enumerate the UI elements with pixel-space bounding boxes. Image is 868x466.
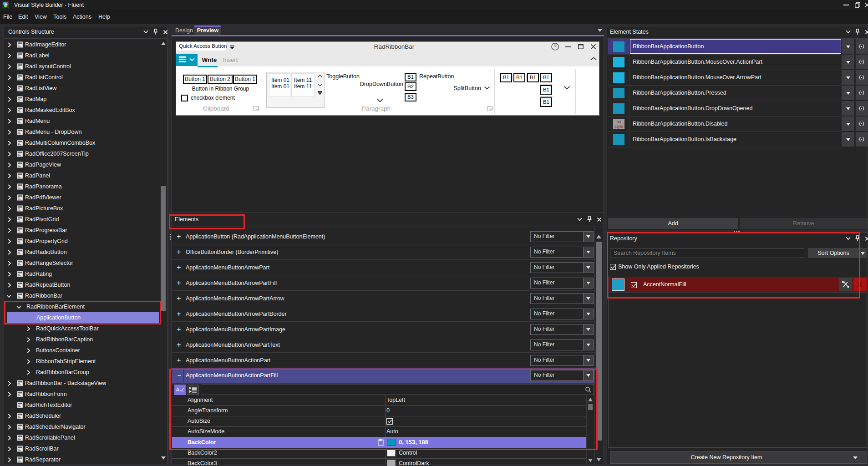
svg-text:?: ? (553, 44, 556, 49)
